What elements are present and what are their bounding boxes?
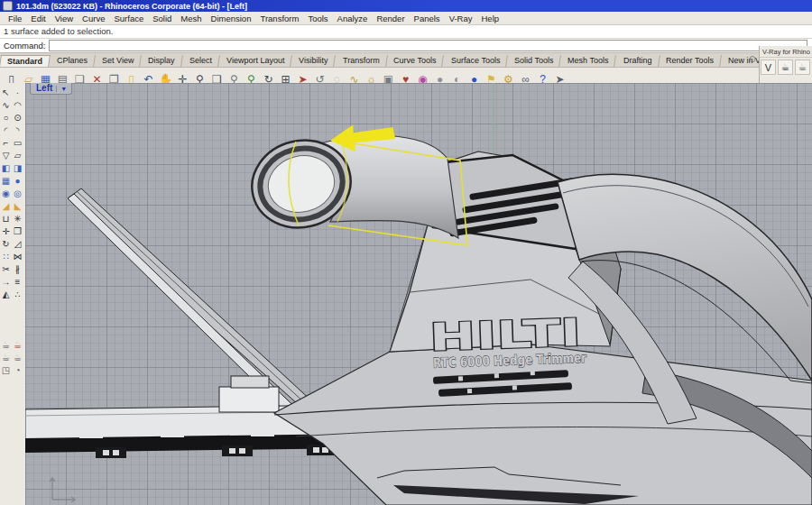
vray-render-current-icon[interactable]: ☕ (12, 338, 23, 351)
tab-drafting[interactable]: Drafting (616, 55, 660, 67)
trim-icon[interactable]: ✂ (0, 262, 12, 275)
tab-viewport-layout[interactable]: Viewport Layout (219, 55, 292, 67)
chamfer-icon[interactable]: ◣ (12, 199, 23, 212)
blade-clamp (219, 387, 279, 412)
surface-icon[interactable]: ◧ (0, 161, 12, 174)
tab-visibility[interactable]: Visibility (291, 55, 336, 67)
tab-transform[interactable]: Transform (336, 55, 387, 67)
boolean-difference-icon[interactable]: ◎ (12, 187, 23, 199)
vray-exposure-icon[interactable]: ◔ (12, 363, 23, 376)
menu-file[interactable]: File (4, 14, 26, 23)
menu-analyze[interactable]: Analyze (333, 14, 373, 23)
menu-bar: FileEditViewCurveSurfaceSolidMeshDimensi… (0, 12, 812, 25)
tab-standard[interactable]: Standard (0, 55, 51, 67)
menu-dimension[interactable]: Dimension (207, 14, 256, 23)
title-bar[interactable]: 101.3dm (523022 KB) - Rhinoceros Corpora… (0, 0, 812, 12)
points-on-icon[interactable]: ∴ (12, 288, 23, 300)
menu-surface[interactable]: Surface (109, 14, 148, 23)
offset-icon[interactable]: ≡ (12, 275, 23, 288)
tab-display[interactable]: Display (141, 55, 182, 67)
vray-render-teapot-icon[interactable]: ☕ (778, 60, 793, 75)
box-icon[interactable]: ▦ (0, 174, 12, 187)
model-canvas: HILTI RTC 6000 Hedge Trimmer (25, 83, 812, 505)
tab-mesh-tools[interactable]: Mesh Tools (561, 55, 617, 67)
rotate-icon[interactable]: ↻ (0, 237, 12, 250)
command-prompt-label: Command: (4, 41, 45, 50)
menu-vray[interactable]: V-Ray (445, 14, 477, 23)
blade-clamp-cap (231, 376, 269, 388)
split-icon[interactable]: ∦ (12, 262, 23, 275)
command-line: Command: (0, 39, 812, 53)
freeform-arc-icon[interactable]: ◝ (12, 124, 23, 136)
ellipse-icon[interactable]: ⊙ (12, 111, 23, 124)
menu-tools[interactable]: Tools (303, 14, 332, 23)
curve-icon[interactable]: ∿ (0, 98, 12, 111)
copy-object-icon[interactable]: ❐ (12, 225, 23, 237)
cplane-axis-indicator (50, 478, 75, 502)
tab-cplanes[interactable]: CPlanes (50, 55, 96, 67)
tab-surface-tools[interactable]: Surface Tools (444, 55, 508, 67)
vray-render-icon[interactable]: ☕ (0, 338, 12, 351)
menu-curve[interactable]: Curve (78, 14, 109, 23)
menu-transform[interactable]: Transform (255, 14, 303, 23)
tab-solid-tools[interactable]: Solid Tools (507, 55, 561, 67)
menu-mesh[interactable]: Mesh (176, 14, 206, 23)
tab-select[interactable]: Select (182, 55, 220, 67)
left-tool-palette: ↖∙∿◠○⊙◜◝⌐▭▽▱◧◨▦●◉◎◢◣⊔✳✛❐↻◿∷⋈✂∦→≡◭∴ ☕☕☕☕◳… (0, 83, 26, 505)
explode-icon[interactable]: ✳ (12, 212, 23, 225)
move-icon[interactable]: ✛ (0, 225, 12, 237)
vray-panel-title: V-Ray for Rhino (760, 46, 812, 58)
vray-material-editor-icon[interactable]: ☕ (0, 351, 12, 363)
curve-boolean-icon[interactable]: ◭ (0, 288, 12, 300)
palette-gap (0, 300, 25, 338)
body-hull[interactable] (274, 344, 812, 505)
join-icon[interactable]: ⊔ (0, 212, 12, 225)
command-history-text: 1 surface added to selection. (4, 26, 113, 36)
toolbar-tabs: StandardCPlanesSet ViewDisplaySelectView… (0, 53, 812, 68)
tab-render-tools[interactable]: Render Tools (659, 55, 722, 67)
viewport-dropdown-icon[interactable]: ▼ (56, 86, 67, 92)
menu-view[interactable]: View (51, 14, 78, 23)
window-title: 101.3dm (523022 KB) - Rhinoceros Corpora… (16, 2, 247, 11)
vray-toolbar-panel: V-Ray for Rhino V☕☕ (759, 46, 812, 83)
menu-edit[interactable]: Edit (26, 14, 50, 23)
vray-logo-icon[interactable]: V (761, 60, 776, 75)
fillet-icon[interactable]: ◢ (0, 199, 12, 212)
polyline-icon[interactable]: ⌐ (0, 136, 12, 149)
menu-solid[interactable]: Solid (148, 14, 176, 23)
array-icon[interactable]: ∷ (0, 250, 12, 262)
point-icon[interactable]: ∙ (12, 86, 23, 98)
tab-overflow-icon[interactable]: ⊙ (749, 54, 756, 64)
extend-icon[interactable]: → (0, 275, 12, 288)
polygon-icon[interactable]: ▽ (0, 149, 12, 161)
viewport-tab[interactable]: Left▼ (30, 83, 72, 95)
control-curve-icon[interactable]: ◠ (12, 98, 23, 111)
select-pointer-icon[interactable]: ↖ (0, 86, 12, 98)
menu-panels[interactable]: Panels (410, 14, 445, 23)
menu-help[interactable]: Help (477, 14, 504, 23)
mirror-icon[interactable]: ⋈ (12, 250, 23, 262)
viewport-left[interactable]: HILTI RTC 6000 Hedge Trimmer (25, 83, 812, 505)
menu-render[interactable]: Render (372, 14, 409, 23)
loft-icon[interactable]: ◨ (12, 161, 23, 174)
command-input[interactable] (49, 40, 807, 51)
rhino-window: 101.3dm (523022 KB) - Rhinoceros Corpora… (0, 0, 812, 505)
command-history: 1 surface added to selection. (0, 25, 812, 39)
circle-icon[interactable]: ○ (0, 111, 12, 124)
vray-render-options-icon[interactable]: ☕ (795, 60, 810, 75)
viewport-label: Left (36, 83, 52, 93)
rectangle-icon[interactable]: ▭ (12, 136, 23, 149)
plane-icon[interactable]: ▱ (12, 149, 23, 161)
app-icon (3, 1, 13, 11)
sphere-icon[interactable]: ● (12, 174, 23, 187)
boolean-union-icon[interactable]: ◉ (0, 187, 12, 199)
tab-curve-tools[interactable]: Curve Tools (386, 55, 444, 67)
tab-set-view[interactable]: Set View (95, 55, 142, 67)
vray-region-render-icon[interactable]: ◳ (0, 363, 12, 376)
arc-icon[interactable]: ◜ (0, 124, 12, 136)
scale-icon[interactable]: ◿ (12, 237, 23, 250)
vray-options-icon[interactable]: ☕ (12, 351, 23, 363)
